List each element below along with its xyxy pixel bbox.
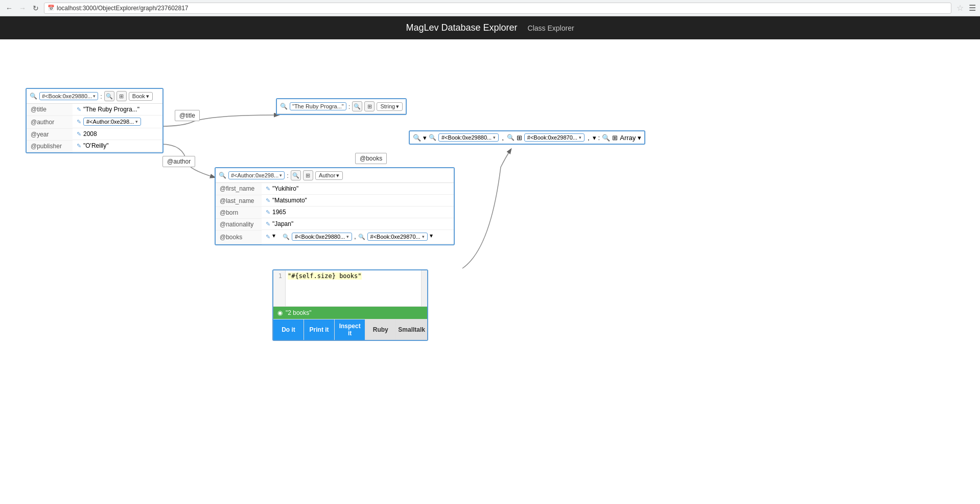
book-id-dropdown[interactable]: ▾ xyxy=(93,94,96,99)
url-text: localhost:3000/ObjectExplorer/graph/2376… xyxy=(57,5,189,12)
array-table-btn2[interactable]: ⊞ xyxy=(612,134,618,142)
app-header: MagLev Database Explorer Class Explorer xyxy=(0,16,980,39)
author-books-badge1[interactable]: #<Book:0xe29880... ▾ xyxy=(292,233,352,241)
string-card-header: 🔍 "The Ruby Progra..." : 🔍 ⊞ String ▾ xyxy=(277,99,406,114)
author-firstname-row: @first_name ✎ "Yukihiro" xyxy=(216,183,454,195)
string-search-icon[interactable]: 🔍 xyxy=(280,103,288,110)
author-books-dropdown-btn[interactable]: ▾ xyxy=(272,232,281,241)
author-card-header: 🔍 #<Author:0xe298... ▾ : 🔍 ⊞ Author ▾ xyxy=(216,168,454,183)
string-card: 🔍 "The Ruby Progra..." : 🔍 ⊞ String ▾ xyxy=(276,98,407,115)
author-books-edit-icon[interactable]: ✎ xyxy=(266,234,270,240)
string-id-badge[interactable]: "The Ruby Progra..." xyxy=(290,102,346,110)
book-author-edit-icon[interactable]: ✎ xyxy=(77,119,81,125)
author-born-val: ✎ 1965 xyxy=(262,207,454,218)
forward-button[interactable]: → xyxy=(17,3,28,13)
array-more-btn[interactable]: ▾ xyxy=(593,134,596,142)
array-card: 🔍 ▾ 🔍 #<Book:0xe29880... ▾ , 🔍 ⊞ #<Book:… xyxy=(409,130,645,145)
back-button[interactable]: ← xyxy=(4,3,14,13)
eval-code-editor[interactable]: "#{self.size} books" xyxy=(286,270,421,306)
author-search-icon[interactable]: 🔍 xyxy=(219,172,226,179)
string-type-badge[interactable]: String ▾ xyxy=(377,102,403,111)
book-year-edit-icon[interactable]: ✎ xyxy=(77,131,81,138)
author-nationality-row: @nationality ✎ "Japan" xyxy=(216,218,454,230)
book-title-edit-icon[interactable]: ✎ xyxy=(77,106,81,113)
book-title-key: @title xyxy=(27,104,73,116)
array-id2-badge[interactable]: #<Book:0xe29870... ▾ xyxy=(524,133,585,142)
author-lastname-value: "Matsumoto" xyxy=(272,197,307,204)
array-dropdown-btn[interactable]: ▾ xyxy=(423,134,427,142)
book-title-value: "The Ruby Progra..." xyxy=(83,106,139,113)
book-publisher-row: @publisher ✎ "O'Reilly" xyxy=(27,140,162,152)
author-firstname-edit-icon[interactable]: ✎ xyxy=(266,186,270,192)
book-publisher-value: "O'Reilly" xyxy=(83,142,108,149)
array-search-icon2[interactable]: 🔍 xyxy=(429,134,436,141)
author-card-body: @first_name ✎ "Yukihiro" @last_name ✎ "M… xyxy=(216,183,454,244)
author-firstname-key: @first_name xyxy=(216,183,262,195)
author-type-badge[interactable]: Author ▾ xyxy=(315,171,343,180)
book-year-row: @year ✎ 2008 xyxy=(27,128,162,140)
array-id1-badge[interactable]: #<Book:0xe29880... ▾ xyxy=(438,133,499,142)
author-table-btn[interactable]: ⊞ xyxy=(303,170,313,180)
title-label-text: @title xyxy=(179,112,195,119)
string-search-btn[interactable]: 🔍 xyxy=(352,101,362,111)
author-books-val: ✎ ▾ 🔍 #<Book:0xe29880... ▾ , 🔍 #<Book:0x… xyxy=(262,230,454,244)
author-card: 🔍 #<Author:0xe298... ▾ : 🔍 ⊞ Author ▾ @f… xyxy=(215,167,455,245)
author-nationality-edit-icon[interactable]: ✎ xyxy=(266,221,270,227)
book-author-row: @author ✎ #<Author:0xe298... ▾ xyxy=(27,116,162,128)
book-search-icon[interactable]: 🔍 xyxy=(30,93,37,100)
array-search-icon[interactable]: 🔍 xyxy=(413,134,421,142)
books-label-text: @books xyxy=(360,155,382,162)
book-publisher-edit-icon[interactable]: ✎ xyxy=(77,143,81,149)
address-bar[interactable]: 📅 localhost:3000/ObjectExplorer/graph/23… xyxy=(44,3,951,14)
eval-code-text: "#{self.size} books" xyxy=(288,272,362,280)
array-type-badge[interactable]: Array ▾ xyxy=(620,134,641,142)
eval-scrollbar[interactable] xyxy=(421,270,427,306)
book-search-btn[interactable]: 🔍 xyxy=(104,91,114,101)
print-it-button[interactable]: Print it xyxy=(304,319,335,340)
eval-result-text: "2 books" xyxy=(286,309,312,316)
book-year-val: ✎ 2008 xyxy=(73,128,162,140)
eval-editor-row: 1 "#{self.size} books" xyxy=(273,270,427,307)
menu-icon[interactable]: ☰ xyxy=(969,3,976,13)
class-explorer-link[interactable]: Class Explorer xyxy=(528,24,574,32)
inspect-it-button[interactable]: Inspect it xyxy=(335,319,365,340)
book-card-header: 🔍 #<Book:0xe29880... ▾ : 🔍 ⊞ Book ▾ xyxy=(27,89,162,104)
app-title: MagLev Database Explorer xyxy=(406,22,517,33)
book-table-btn[interactable]: ⊞ xyxy=(116,91,127,101)
eval-line-number: 1 xyxy=(278,272,282,280)
array-search-btn2[interactable]: 🔍 xyxy=(602,134,610,142)
author-books-search-icon[interactable]: 🔍 xyxy=(283,234,290,240)
eval-result-icon: ◉ xyxy=(277,309,283,316)
book-card-body: @title ✎ "The Ruby Progra..." @author ✎ … xyxy=(27,104,162,152)
author-books-row: @books ✎ ▾ 🔍 #<Book:0xe29880... ▾ , 🔍 #<… xyxy=(216,230,454,244)
book-id-badge[interactable]: #<Book:0xe29880... ▾ xyxy=(39,92,98,100)
book-type-badge[interactable]: Book ▾ xyxy=(129,92,153,101)
books-label-node: @books xyxy=(355,153,387,164)
author-books-badge2[interactable]: #<Book:0xe29870... ▾ xyxy=(367,233,428,241)
array-search-icon3[interactable]: 🔍 xyxy=(507,134,515,141)
string-table-btn[interactable]: ⊞ xyxy=(364,101,375,111)
canvas: 🔍 #<Book:0xe29880... ▾ : 🔍 ⊞ Book ▾ @tit… xyxy=(0,39,980,494)
author-born-edit-icon[interactable]: ✎ xyxy=(266,209,270,216)
ruby-button[interactable]: Ruby xyxy=(365,319,396,340)
bookmark-icon[interactable]: ☆ xyxy=(956,3,964,13)
author-id-badge[interactable]: #<Author:0xe298... ▾ xyxy=(228,171,285,179)
book-author-val: ✎ #<Author:0xe298... ▾ xyxy=(73,116,162,128)
author-lastname-val: ✎ "Matsumoto" xyxy=(262,195,454,207)
author-firstname-value: "Yukihiro" xyxy=(272,185,298,192)
reload-button[interactable]: ↻ xyxy=(31,3,41,13)
author-born-value: 1965 xyxy=(272,209,286,216)
title-label-node: @title xyxy=(175,110,200,121)
author-lastname-edit-icon[interactable]: ✎ xyxy=(266,197,270,204)
array-table-btn[interactable]: ⊞ xyxy=(517,134,522,142)
book-card: 🔍 #<Book:0xe29880... ▾ : 🔍 ⊞ Book ▾ @tit… xyxy=(26,88,164,153)
eval-panel: 1 "#{self.size} books" ◉ "2 books" Do it… xyxy=(272,269,428,341)
smalltalk-button[interactable]: Smalltalk xyxy=(396,319,427,340)
author-search-btn[interactable]: 🔍 xyxy=(291,170,301,180)
book-author-badge[interactable]: #<Author:0xe298... ▾ xyxy=(83,118,141,126)
do-it-button[interactable]: Do it xyxy=(273,319,304,340)
author-books-more-btn[interactable]: ▾ xyxy=(430,232,438,241)
author-books-search-icon2[interactable]: 🔍 xyxy=(358,234,365,240)
author-lastname-key: @last_name xyxy=(216,195,262,207)
author-lastname-row: @last_name ✎ "Matsumoto" xyxy=(216,195,454,207)
